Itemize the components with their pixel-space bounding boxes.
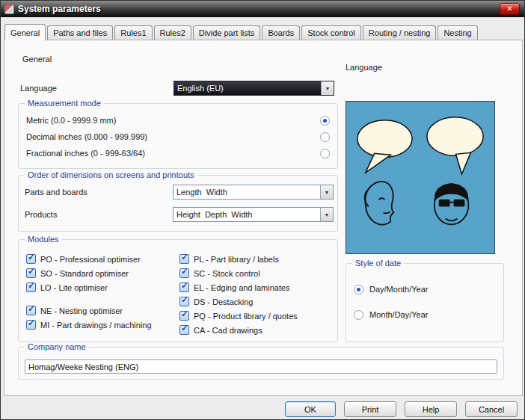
tab[interactable]: Routing / nesting xyxy=(363,25,437,40)
checkbox[interactable]: ✓ xyxy=(26,306,36,315)
checkbox[interactable]: ✓ xyxy=(179,282,189,292)
tab-label: Routing / nesting xyxy=(369,28,431,37)
date-style-option[interactable]: Day/Month/Year xyxy=(354,283,503,295)
arrow-glyph: ▼ xyxy=(325,86,331,91)
measurement-option-label: Fractional inches (0 - 999-63/64) xyxy=(26,149,145,158)
app-icon[interactable] xyxy=(4,4,14,14)
radio-button[interactable] xyxy=(354,310,363,320)
module-label: LO - Lite optimiser xyxy=(40,283,108,292)
tab-label: Boards xyxy=(268,28,294,37)
check-icon: ✓ xyxy=(28,303,35,314)
tab[interactable]: Stock control xyxy=(301,25,361,40)
system-parameters-dialog: System parameters ✕ General Paths and fi… xyxy=(0,0,525,420)
tab-label: Stock control xyxy=(307,28,355,37)
section-heading-general: General xyxy=(22,55,52,64)
dropdown-arrow-icon[interactable]: ▼ xyxy=(320,185,333,199)
date-style-option[interactable]: Month/Day/Year xyxy=(354,309,503,321)
radio-button[interactable] xyxy=(320,116,330,126)
company-name-input[interactable] xyxy=(25,359,497,374)
tab[interactable]: Divide part lists xyxy=(193,25,261,40)
date-style-options: Day/Month/Year Month/Day/Year xyxy=(346,264,503,321)
checkbox[interactable]: ✓ xyxy=(179,325,189,335)
parts-boards-label: Parts and boards xyxy=(25,188,88,197)
tab[interactable]: Boards xyxy=(262,25,300,40)
products-label: Products xyxy=(25,210,57,219)
tab[interactable]: General xyxy=(4,24,46,40)
check-icon: ✓ xyxy=(28,252,35,262)
measurement-option-label: Decimal inches (0.000 - 999.999) xyxy=(26,132,147,141)
language-illustration xyxy=(346,101,495,254)
check-icon: ✓ xyxy=(181,323,188,333)
module-checkbox[interactable]: ✓ DS - Destacking xyxy=(179,294,298,309)
groupbox-title: Order of dimensions on screens and print… xyxy=(25,170,197,179)
tab-label: Nesting xyxy=(443,28,471,37)
cancel-button[interactable]: Cancel xyxy=(465,401,518,417)
groupbox-title: Measurement mode xyxy=(25,99,104,108)
module-checkbox[interactable]: ✓ EL - Edging and laminates xyxy=(179,280,298,294)
measurement-option[interactable]: Metric (0.0 - 9999.9 mm) xyxy=(26,114,330,126)
module-checkbox[interactable]: ✓ NE - Nesting optimiser xyxy=(26,303,152,318)
module-label: DS - Destacking xyxy=(194,297,253,306)
tab-label: Rules1 xyxy=(120,28,146,37)
date-style-option-label: Month/Day/Year xyxy=(369,310,428,319)
language-select[interactable]: English (EU) ▼ xyxy=(174,81,334,96)
measurement-option[interactable]: Fractional inches (0 - 999-63/64) xyxy=(26,147,330,159)
module-checkbox[interactable]: ✓ PO - Professional optimiser xyxy=(26,252,152,266)
close-icon: ✕ xyxy=(506,4,512,13)
tab-page-general: General Language English (EU) ▼ Measurem… xyxy=(4,40,523,396)
checkbox[interactable]: ✓ xyxy=(179,268,189,278)
title-bar[interactable]: System parameters ✕ xyxy=(1,1,524,17)
module-label: PQ - Product library / quotes xyxy=(194,312,298,321)
print-button[interactable]: Print xyxy=(344,401,396,417)
ok-button[interactable]: OK xyxy=(285,401,336,417)
dropdown-arrow-icon[interactable]: ▼ xyxy=(321,81,334,95)
check-icon: ✓ xyxy=(28,266,35,277)
parts-boards-order-combo[interactable]: Length Width ▼ xyxy=(173,185,334,200)
tab[interactable]: Rules1 xyxy=(114,25,152,40)
check-icon: ✓ xyxy=(181,309,188,319)
tab[interactable]: Nesting xyxy=(438,25,477,40)
module-label: PO - Professional optimiser xyxy=(40,255,141,264)
checkbox[interactable]: ✓ xyxy=(179,254,189,264)
module-checkbox[interactable]: ✓ CA - Cad drawings xyxy=(179,323,298,337)
arrow-glyph: ▼ xyxy=(325,212,330,217)
modules-column-right: ✓ PL - Part library / labels ✓ SC - Stoc… xyxy=(179,252,298,337)
checkbox[interactable]: ✓ xyxy=(179,311,189,321)
check-icon: ✓ xyxy=(181,280,188,291)
help-button[interactable]: Help xyxy=(405,401,457,417)
tab-label: General xyxy=(10,28,40,37)
date-style-option-label: Day/Month/Year xyxy=(369,285,428,294)
check-icon: ✓ xyxy=(28,280,35,291)
checkbox[interactable]: ✓ xyxy=(26,254,36,264)
language-field-label: Language xyxy=(20,84,57,93)
radio-button[interactable] xyxy=(320,132,330,142)
close-button[interactable]: ✕ xyxy=(500,3,520,15)
dropdown-arrow-icon[interactable]: ▼ xyxy=(320,208,333,221)
radio-button[interactable] xyxy=(320,149,330,158)
module-label: EL - Edging and laminates xyxy=(194,283,290,292)
groupbox-title: Modules xyxy=(25,235,62,244)
module-checkbox[interactable]: ✓ SO - Standard optimiser xyxy=(26,266,152,280)
module-checkbox[interactable]: ✓ SC - Stock control xyxy=(179,266,298,280)
module-checkbox[interactable]: ✓ MI - Part drawings / machining xyxy=(26,318,152,332)
checkbox[interactable]: ✓ xyxy=(26,320,36,330)
measurement-option[interactable]: Decimal inches (0.000 - 999.999) xyxy=(26,131,330,143)
checkbox[interactable]: ✓ xyxy=(179,297,189,306)
tab[interactable]: Rules2 xyxy=(154,25,191,40)
module-label: NE - Nesting optimiser xyxy=(40,306,123,315)
tab-bar: General Paths and files Rules1 Rules2 Di… xyxy=(4,23,521,40)
measurement-option-label: Metric (0.0 - 9999.9 mm) xyxy=(26,116,116,125)
module-checkbox[interactable]: ✓ PL - Part library / labels xyxy=(179,252,298,266)
module-checkbox[interactable]: ✓ LO - Lite optimiser xyxy=(26,280,152,294)
measurement-options: Metric (0.0 - 9999.9 mm) Decimal inches … xyxy=(19,104,337,159)
module-checkbox[interactable]: ✓ PQ - Product library / quotes xyxy=(179,309,298,323)
window-title: System parameters xyxy=(18,4,101,14)
products-order-combo[interactable]: Height Depth Width ▼ xyxy=(173,207,334,222)
check-icon: ✓ xyxy=(181,252,188,262)
tab[interactable]: Paths and files xyxy=(47,25,113,40)
checkbox[interactable]: ✓ xyxy=(26,268,36,278)
modules-column-left: ✓ PO - Professional optimiser ✓ SO - Sta… xyxy=(26,252,152,332)
radio-button[interactable] xyxy=(354,285,363,294)
checkbox[interactable]: ✓ xyxy=(26,282,36,292)
combo-value: Height Depth Width xyxy=(174,208,320,221)
